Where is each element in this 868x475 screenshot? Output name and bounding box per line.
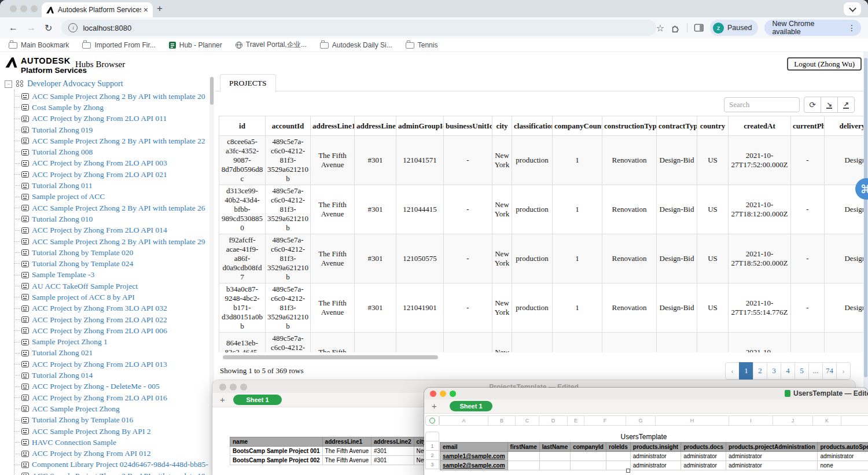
add-sheet-button[interactable]: + <box>432 401 437 411</box>
column-header[interactable]: businessUnitId <box>444 116 492 136</box>
tree-root-hub[interactable]: − Developer Advocacy Support <box>0 78 208 90</box>
pagination-page[interactable]: 5 <box>795 362 809 380</box>
row-number[interactable]: 1 <box>425 441 439 451</box>
sheet-cell[interactable]: administrator <box>630 452 681 461</box>
sheet-cell[interactable]: BootsCamp Sample Project 001 <box>230 447 323 456</box>
project-link[interactable]: ACC Project by Zhong From 2LO API 022 <box>32 315 167 325</box>
sheet-cell[interactable]: administrator <box>681 461 726 470</box>
project-link[interactable]: ACC Sample Project Zhong 2 By API with t… <box>32 237 205 246</box>
side-panel-icon[interactable] <box>694 23 704 32</box>
project-link[interactable]: ACC Project by Zhong From 2LO API 003 <box>32 159 167 168</box>
column-letter[interactable]: F <box>584 415 626 426</box>
project-link[interactable]: Tutorial Zhong 014 <box>32 371 93 380</box>
project-link[interactable]: ACC Project by Zhong From 2LO API 011 <box>32 114 167 123</box>
address-bar[interactable]: i localhost:8080 <box>61 20 656 36</box>
hub-link[interactable]: Developer Advocacy Support <box>27 79 123 89</box>
tab-projects[interactable]: PROJECTS <box>220 74 276 92</box>
pagination-page[interactable]: 3 <box>767 362 781 380</box>
sheet-cell[interactable] <box>507 452 539 461</box>
column-header[interactable]: currentPhase <box>791 116 825 136</box>
sheet-column-header[interactable]: name <box>230 437 323 447</box>
sheet-cell[interactable]: administrator <box>726 461 818 470</box>
sheet-cell[interactable] <box>539 452 570 461</box>
table-row[interactable]: b34a0c87-9248-4bc2-b171-d3d80151a0bb489c… <box>219 283 864 333</box>
column-letter[interactable]: B <box>488 415 516 426</box>
sheet-cell[interactable]: administrator <box>726 452 818 461</box>
column-letter[interactable]: D <box>539 415 568 426</box>
column-header[interactable]: createdAt <box>729 116 791 136</box>
table-horizontal-scrollbar[interactable] <box>219 355 863 360</box>
users-template-window[interactable]: UsersTemplate — Edited + Sheet 1 ABCDEFG… <box>424 388 868 475</box>
sheet-cell[interactable] <box>507 461 539 470</box>
column-header[interactable]: companyCount <box>553 116 602 136</box>
table-row[interactable]: c8cee6a5-a3fc-4352-9087-8d7db0596d8c489c… <box>219 136 864 185</box>
sheet-column-header[interactable]: firstName <box>507 443 539 452</box>
reload-icon[interactable]: ↻ <box>45 23 52 34</box>
project-link[interactable]: ACC Project by Zhong From 3LO API 032 <box>32 304 167 313</box>
import-button[interactable]: ↘ <box>821 97 838 113</box>
sheet-column-header[interactable]: products.projectAdministration <box>726 443 818 452</box>
sheet-column-header[interactable]: email <box>440 443 508 452</box>
project-link[interactable]: Cost Sample by Zhong <box>32 103 104 112</box>
column-letter[interactable]: K <box>812 415 841 426</box>
selection-handle[interactable] <box>626 469 630 473</box>
column-header[interactable]: deliveryMethod <box>825 116 864 136</box>
new-tab-button[interactable]: + <box>153 2 167 15</box>
table-row[interactable]: 864e13eb-82c2-4645-855d-5f09baf3391d489c… <box>219 333 864 353</box>
collapse-icon[interactable]: − <box>5 80 12 88</box>
project-link[interactable]: ACC Sample Project Zhong <box>32 404 120 414</box>
tab-search-button[interactable] <box>844 2 861 16</box>
sheet-cell[interactable]: administrator <box>818 452 868 461</box>
window-zoom-icon[interactable] <box>450 391 456 397</box>
tab-close-icon[interactable]: × <box>144 6 148 14</box>
window-close-icon[interactable] <box>10 5 17 12</box>
logout-button[interactable]: Logout (Zhong Wu) <box>787 57 862 71</box>
column-letter[interactable]: J <box>773 415 813 426</box>
column-letter[interactable]: I <box>729 415 773 426</box>
project-link[interactable]: ACC Project by Zhong From 2LO API 014 <box>32 226 167 235</box>
column-header[interactable]: classification <box>512 116 553 136</box>
sheet-cell[interactable] <box>571 452 606 461</box>
sheet-cell[interactable]: The Fifth Avenue <box>322 456 371 465</box>
project-link[interactable]: ACC Project by Zhong From 2LO API 013 <box>32 360 167 369</box>
back-icon[interactable]: ← <box>9 23 18 33</box>
bookmark-item[interactable]: Autodesk Daily Si... <box>320 41 392 49</box>
project-link[interactable]: AU ACC TakeOff Sample Project <box>32 282 138 291</box>
bookmark-item[interactable]: Main Bookmark <box>9 41 69 49</box>
sheet-column-header[interactable]: roleIds <box>606 443 630 452</box>
sheet-cell[interactable]: #301 <box>372 447 414 456</box>
add-sheet-button[interactable]: + <box>220 395 225 404</box>
window-zoom-icon[interactable] <box>31 5 38 12</box>
bookmark-star-icon[interactable]: ☆ <box>656 23 664 34</box>
sheet-column-header[interactable]: addressLine1 <box>322 437 371 447</box>
browser-tab[interactable]: Autodesk Platform Services: H × <box>42 2 153 17</box>
sheet-cell[interactable]: none <box>818 461 868 470</box>
sheet-cell[interactable] <box>571 461 606 470</box>
sheet-cell[interactable]: administrator <box>630 461 681 470</box>
row-header-blank[interactable] <box>425 432 439 441</box>
bookmark-item[interactable]: Imported From Fir... <box>82 41 155 49</box>
project-link[interactable]: ACC Sample Project Zhong 2 By API with t… <box>32 204 205 213</box>
sheet-column-header[interactable]: addressLine2 <box>372 437 414 447</box>
bookmark-item[interactable]: Travel Portal,企业... <box>236 40 307 50</box>
project-link[interactable]: Sample Project Zhong 1 <box>32 337 108 347</box>
project-link[interactable]: ACC Project by Zhong From 2LO API 021 <box>32 170 167 179</box>
project-link[interactable]: Sample project of ACC <box>32 192 105 201</box>
pagination-page[interactable]: 4 <box>781 362 795 380</box>
window-minimize-icon[interactable] <box>440 391 446 397</box>
project-link[interactable]: Component Library Project 024d6467-98d4-… <box>32 460 208 469</box>
project-link[interactable]: Tutorial Zhong by Template 020 <box>32 248 133 257</box>
project-link[interactable]: Tutorial Zhong 019 <box>32 126 93 135</box>
project-link[interactable]: ACC Project by Zhong From API 012 <box>32 449 151 458</box>
project-link[interactable]: HAVC Connection Sample <box>32 438 116 447</box>
select-all-corner[interactable] <box>425 415 439 426</box>
sheet-tab[interactable]: Sheet 1 <box>450 401 492 411</box>
sheet-column-header[interactable]: products.insight <box>630 443 681 452</box>
project-link[interactable]: ACC Project by Zhong - DeleteMe - 005 <box>32 382 160 391</box>
row-number[interactable]: 3 <box>425 459 439 469</box>
project-link[interactable]: Sample project of ACC 8 by API <box>32 293 135 302</box>
bookmark-item[interactable]: Tennis <box>406 41 438 49</box>
menu-kebab-icon[interactable]: ⋮ <box>848 23 856 32</box>
project-link[interactable]: Tutorial Zhong 021 <box>32 348 93 358</box>
forward-icon[interactable]: → <box>27 23 36 33</box>
